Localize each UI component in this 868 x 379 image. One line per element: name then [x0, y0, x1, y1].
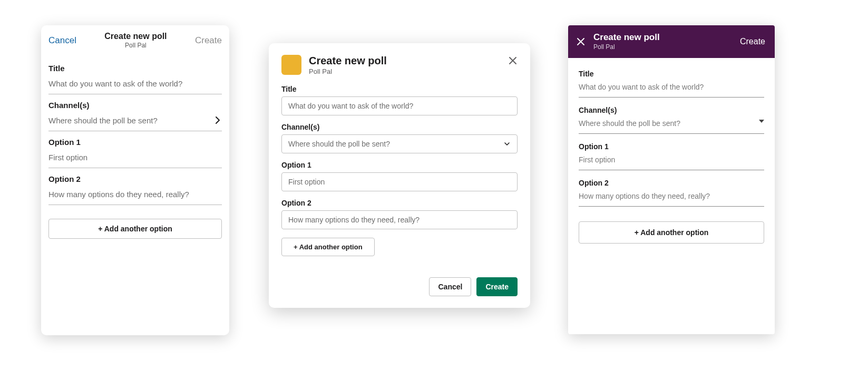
- modal-title: Create new poll: [309, 55, 501, 66]
- app-name: Poll Pal: [593, 43, 740, 51]
- desktop-header: Create new poll Poll Pal: [281, 55, 518, 75]
- cancel-button[interactable]: Cancel: [429, 277, 471, 296]
- channels-field[interactable]: [579, 116, 764, 134]
- option1-input[interactable]: [281, 172, 518, 191]
- ios-modal: Cancel Create new poll Poll Pal Create T…: [41, 25, 229, 335]
- title-label: Title: [48, 64, 222, 73]
- option1-field: [579, 153, 764, 170]
- modal-title: Create new poll: [593, 33, 740, 43]
- add-option-button[interactable]: + Add another option: [281, 238, 375, 256]
- modal-title: Create new poll: [76, 32, 195, 41]
- chevron-down-icon: [503, 140, 511, 148]
- option2-label: Option 2: [579, 179, 764, 187]
- android-body: Title Channel(s) Option 1 Option 2 + Add…: [568, 58, 775, 244]
- channels-label: Channel(s): [281, 123, 518, 131]
- ios-title-wrap: Create new poll Poll Pal: [76, 32, 195, 49]
- ios-body: Title Channel(s) Option 1 Option 2 + Add…: [41, 52, 229, 239]
- desktop-modal: Create new poll Poll Pal Title Channel(s…: [269, 43, 530, 308]
- desktop-footer: Cancel Create: [281, 277, 518, 296]
- title-label: Title: [281, 85, 518, 93]
- close-icon[interactable]: [508, 56, 518, 65]
- chevron-right-icon: [213, 116, 222, 124]
- channels-select[interactable]: Where should the poll be sent?: [281, 134, 518, 153]
- create-button[interactable]: Create: [476, 277, 518, 296]
- option2-label: Option 2: [48, 174, 222, 183]
- channels-label: Channel(s): [579, 106, 764, 114]
- app-name: Poll Pal: [76, 42, 195, 49]
- channels-placeholder: Where should the poll be sent?: [288, 140, 390, 148]
- option1-label: Option 1: [48, 138, 222, 147]
- title-input[interactable]: [281, 96, 518, 115]
- option2-field: [48, 187, 222, 205]
- title-field: [579, 80, 764, 98]
- option1-input[interactable]: [579, 156, 764, 164]
- option1-field: [48, 150, 222, 168]
- close-icon[interactable]: [576, 36, 586, 47]
- option1-label: Option 1: [281, 161, 518, 169]
- option2-label: Option 2: [281, 199, 518, 207]
- channels-select[interactable]: [579, 119, 764, 128]
- create-button[interactable]: Create: [740, 37, 765, 46]
- cancel-button[interactable]: Cancel: [48, 35, 76, 46]
- option2-field: [579, 189, 764, 207]
- desktop-title-wrap: Create new poll Poll Pal: [309, 55, 501, 75]
- ios-header: Cancel Create new poll Poll Pal Create: [41, 25, 229, 52]
- android-modal: Create new poll Poll Pal Create Title Ch…: [568, 25, 775, 334]
- title-label: Title: [579, 70, 764, 78]
- channels-select[interactable]: [48, 116, 222, 125]
- title-field: [48, 76, 222, 94]
- caret-down-icon: [759, 120, 764, 123]
- channels-field[interactable]: [48, 113, 222, 131]
- android-header: Create new poll Poll Pal Create: [568, 25, 775, 58]
- app-icon: [281, 55, 301, 75]
- option2-input[interactable]: [579, 192, 764, 200]
- android-title-wrap: Create new poll Poll Pal: [593, 33, 740, 51]
- title-input[interactable]: [579, 83, 764, 91]
- option1-input[interactable]: [48, 153, 222, 162]
- option1-label: Option 1: [579, 142, 764, 151]
- option2-input[interactable]: [281, 210, 518, 229]
- option2-input[interactable]: [48, 190, 222, 199]
- add-option-button[interactable]: + Add another option: [579, 221, 764, 244]
- app-name: Poll Pal: [309, 67, 501, 75]
- add-option-button[interactable]: + Add another option: [48, 219, 222, 239]
- create-button[interactable]: Create: [195, 35, 222, 46]
- channels-label: Channel(s): [48, 101, 222, 110]
- title-input[interactable]: [48, 79, 222, 88]
